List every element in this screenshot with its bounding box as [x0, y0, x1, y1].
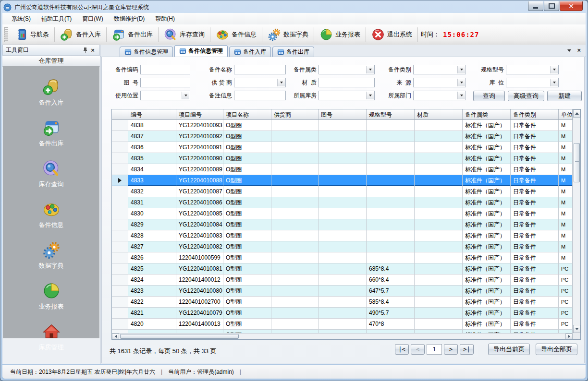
form-select[interactable] [506, 65, 559, 74]
table-row[interactable]: 4837YG12204010092O型圈标准件（国产）日常备件M [112, 131, 580, 142]
vertical-scrollbar[interactable] [573, 109, 580, 333]
table-row[interactable]: 4823YG12204010080O型圈647*5.7标准件（国产）日常备件PC [112, 286, 580, 297]
grid-column-header[interactable]: 图号 [318, 109, 367, 119]
toolbar-button-outbound[interactable]: 备件出库 [108, 26, 157, 43]
table-row[interactable]: 4821YG12204010079O型圈490*5.7标准件（国产）日常备件PC [112, 308, 580, 319]
toolbar-button-exit[interactable]: 退出系统 [367, 26, 416, 43]
tool-window-close-button[interactable]: × [89, 47, 97, 54]
form-select[interactable] [413, 78, 466, 87]
tab-1-active[interactable]: 备件信息管理 [174, 45, 228, 57]
scroll-up-button[interactable] [573, 109, 580, 118]
page-number-input[interactable] [427, 344, 442, 355]
tab-close-icon[interactable]: × [577, 48, 581, 53]
minimize-button[interactable] [528, 1, 543, 11]
grid-column-header[interactable]: 项目名称 [223, 109, 271, 119]
table-row[interactable]: 48221220401002700O型圈585*8.4标准件（国产）日常备件PC [112, 297, 580, 308]
scroll-right-button[interactable] [565, 333, 573, 339]
form-select[interactable] [234, 78, 286, 87]
table-row[interactable]: 4829YG12204010084O型圈标准件（国产）日常备件M [112, 219, 580, 230]
form-input[interactable] [140, 65, 190, 74]
menu-item-3[interactable]: 数据维护(D) [109, 13, 150, 25]
next-page-button[interactable]: > [444, 344, 458, 355]
maximize-button[interactable] [544, 1, 559, 11]
grid-column-header[interactable]: 单位 [559, 109, 573, 119]
sidebar-item-inbound[interactable]: 备件入库 [39, 78, 64, 107]
sidebar-item-outbound[interactable]: 备件出库 [39, 119, 64, 148]
dropdown-arrow-icon[interactable] [182, 92, 189, 99]
scroll-down-button[interactable] [573, 325, 580, 333]
form-input[interactable] [140, 78, 190, 87]
horizontal-scroll-thumb[interactable] [120, 334, 239, 339]
form-select[interactable] [140, 91, 190, 100]
form-input[interactable] [318, 78, 375, 87]
prev-page-button[interactable]: < [411, 344, 425, 355]
form-input[interactable] [234, 91, 286, 100]
form-select[interactable] [413, 65, 466, 74]
sidebar-item-info[interactable]: 备件信息 [39, 200, 64, 229]
form-select[interactable] [318, 91, 375, 100]
table-row[interactable]: 4825YG12204010081O型圈685*8.4标准件（国产）日常备件PC [112, 263, 580, 274]
sidebar-item-query[interactable]: 库存查询 [39, 159, 64, 189]
tab-list-dropdown-icon[interactable] [567, 49, 571, 52]
query-button[interactable]: 查询 [473, 91, 505, 101]
first-page-button[interactable]: |< [395, 344, 409, 355]
toolbar-button-report[interactable]: 业务报表 [315, 26, 365, 43]
dropdown-arrow-icon[interactable] [457, 92, 465, 99]
table-row[interactable]: 4835YG12204010090O型圈标准件（国产）日常备件M [112, 153, 580, 164]
scroll-left-button[interactable] [112, 333, 119, 339]
table-row[interactable]: 4833YG12204010088O型圈标准件（国产）日常备件M [112, 175, 580, 186]
dropdown-arrow-icon[interactable] [550, 79, 558, 86]
menu-item-1[interactable]: 辅助工具(T) [36, 13, 77, 25]
grid-column-header[interactable]: 备件类别 [511, 109, 559, 119]
toolbar-button-dict[interactable]: 数据字典 [263, 26, 313, 43]
sidebar-item-dict[interactable]: 数据字典 [39, 241, 64, 270]
tab-2[interactable]: 备件入库 [229, 47, 271, 57]
toolbar-button-navbar[interactable]: 导航条 [10, 26, 53, 43]
table-row[interactable]: 4832YG12204010087O型圈标准件（国产）日常备件M [112, 186, 580, 197]
dropdown-arrow-icon[interactable] [457, 79, 465, 86]
dropdown-arrow-icon[interactable] [457, 66, 465, 73]
tab-0[interactable]: 备件信息管理 [120, 47, 173, 57]
dropdown-arrow-icon[interactable] [277, 79, 285, 86]
horizontal-scrollbar[interactable] [112, 333, 573, 339]
grid-column-header[interactable]: 备件属类 [463, 109, 511, 119]
export-all-pages-button[interactable]: 导出全部页 [536, 344, 577, 355]
menu-item-0[interactable]: 系统(S) [6, 13, 36, 25]
table-row[interactable]: 4836YG12204010091O型圈标准件（国产）日常备件M [112, 142, 580, 153]
grid-column-header[interactable]: 编号 [128, 109, 176, 119]
sidebar-item-report[interactable]: 业务报表 [39, 282, 64, 311]
dropdown-arrow-icon[interactable] [366, 66, 374, 73]
toolbar-button-query[interactable]: 库存查询 [159, 26, 209, 43]
form-input[interactable] [234, 65, 286, 74]
table-row[interactable]: 4831YG12204010086O型圈标准件（国产）日常备件M [112, 197, 580, 208]
sidebar-item-house[interactable]: 库房管理 [39, 322, 64, 352]
pin-button[interactable] [81, 47, 89, 54]
grid-column-header[interactable]: 规格型号 [367, 109, 415, 119]
grid-column-header[interactable]: 材质 [415, 109, 463, 119]
form-select[interactable] [413, 91, 466, 100]
last-page-button[interactable]: >| [460, 344, 474, 355]
form-select[interactable] [506, 78, 559, 87]
tab-3[interactable]: 备件出库 [272, 47, 314, 57]
toolbar-button-info[interactable]: 备件信息 [211, 26, 261, 43]
table-row[interactable]: 48261220401000599O型圈标准件（国产）日常备件M [112, 252, 580, 263]
close-button[interactable]: ✕ [560, 1, 583, 11]
form-select[interactable] [318, 65, 375, 74]
table-row[interactable]: 4830YG12204010085O型圈标准件（国产）日常备件M [112, 208, 580, 219]
table-row[interactable]: 4838YG12204010093O型圈标准件（国产）日常备件M [112, 120, 580, 131]
dropdown-arrow-icon[interactable] [366, 92, 374, 99]
export-current-page-button[interactable]: 导出当前页 [488, 344, 530, 355]
toolbar-button-inbound[interactable]: 备件入库 [56, 26, 105, 43]
toolbar-grip[interactable] [4, 27, 8, 42]
grid-column-header[interactable]: 供货商 [271, 109, 318, 119]
vertical-scroll-thumb[interactable] [574, 143, 580, 182]
table-row[interactable]: 48241220401400012O型圈660*8.4标准件（国产）日常备件PC [112, 274, 580, 286]
table-row[interactable]: 4827YG12204010082O型圈标准件（国产）日常备件M [112, 241, 580, 252]
table-row[interactable]: 4834YG12204010089O型圈标准件（国产）日常备件M [112, 164, 580, 175]
menu-item-4[interactable]: 帮助(H) [150, 13, 180, 25]
table-row[interactable]: 48201220401400013O型圈470*8标准件（国产）日常备件PC [112, 319, 580, 330]
new-button[interactable]: 新建 [547, 91, 582, 101]
dropdown-arrow-icon[interactable] [550, 66, 558, 73]
table-row[interactable]: 4828YG12204010083O型圈标准件（国产）日常备件M [112, 230, 580, 241]
advanced-query-button[interactable]: 高级查询 [508, 91, 544, 101]
